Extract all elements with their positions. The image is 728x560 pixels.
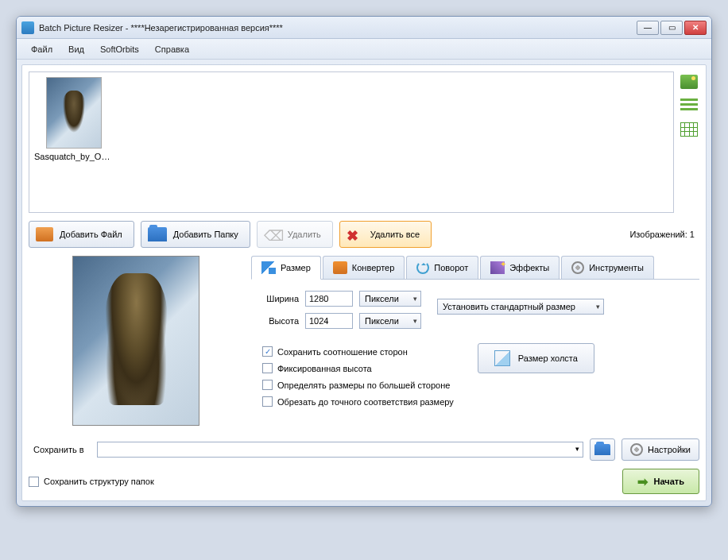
delete-button: ⌫ Удалить [257,221,333,248]
add-file-label: Добавить Файл [60,230,122,239]
effects-icon [490,261,505,274]
start-button[interactable]: ➡ Начать [622,469,699,494]
canvas-icon [494,350,510,366]
content-area: Sasquatch_by_Okmer... Добавить Файл Доба… [21,64,707,501]
window-title: Batch Picture Resizer - ****Незарегистри… [39,23,637,33]
thumbnail-list[interactable]: Sasquatch_by_Okmer... [29,71,674,213]
crop-exact-checkbox[interactable]: Обрезать до точного соответствия размеру [262,396,454,407]
height-input[interactable] [305,313,353,329]
menu-softorbits[interactable]: SoftOrbits [92,41,147,57]
settings-button[interactable]: Настройки [622,438,699,461]
add-folder-icon [148,227,167,241]
delete-label: Удалить [288,230,321,239]
larger-side-checkbox[interactable]: Определять размеры по большей стороне [262,380,454,390]
resize-icon [261,261,276,274]
arrow-right-icon: ➡ [637,474,648,489]
add-folder-button[interactable]: Добавить Папку [141,221,250,248]
file-toolbar: Добавить Файл Добавить Папку ⌫ Удалить ✖… [29,221,699,248]
tabs: Размер Конвертер Поворот Эффекты Инструм… [251,256,699,280]
add-file-icon [36,227,53,241]
titlebar[interactable]: Batch Picture Resizer - ****Незарегистри… [17,17,711,39]
delete-icon: ⌫ [264,227,281,241]
tools-icon [571,261,584,274]
preview-image [72,256,199,426]
view-details-icon[interactable] [680,122,698,137]
app-window: Batch Picture Resizer - ****Незарегистри… [16,16,712,507]
preset-size-select[interactable]: Установить стандартный размер [437,299,604,315]
tab-effects[interactable]: Эффекты [480,256,560,279]
height-unit-select[interactable]: Пиксели [359,313,421,329]
fixed-height-checkbox[interactable]: Фиксированная высота [262,363,454,373]
view-thumbnails-icon[interactable] [680,75,698,89]
gear-icon [630,443,643,456]
app-icon [21,21,34,34]
width-input[interactable] [305,291,353,307]
view-list-icon[interactable] [680,98,698,113]
height-label: Высота [259,316,299,326]
image-count: Изображений: 1 [629,230,699,239]
thumbnail-image [46,77,102,149]
tab-converter[interactable]: Конвертер [323,256,405,279]
canvas-size-button[interactable]: Размер холста [478,343,594,373]
tab-tools[interactable]: Инструменты [561,256,654,279]
tab-size[interactable]: Размер [251,256,321,280]
minimize-button[interactable]: — [637,21,659,35]
width-label: Ширина [259,294,299,303]
rotate-icon [416,261,429,274]
maximize-button[interactable]: ▭ [660,21,683,35]
preview-pane [29,256,243,427]
add-file-button[interactable]: Добавить Файл [29,221,134,248]
keep-folder-structure-checkbox[interactable]: Сохранить структуру папок [29,477,154,487]
menu-file[interactable]: Файл [23,41,60,57]
save-row: Сохранить в Настройки [29,438,699,461]
folder-icon [594,444,610,455]
tab-rotate[interactable]: Поворот [406,256,478,279]
delete-all-button[interactable]: ✖ Удалить все [339,221,432,248]
delete-all-label: Удалить все [370,230,420,239]
width-unit-select[interactable]: Пиксели [359,291,421,307]
add-folder-label: Добавить Папку [173,230,238,239]
delete-all-icon: ✖ [347,227,364,241]
thumbnail-item[interactable]: Sasquatch_by_Okmer... [34,77,114,161]
browse-button[interactable] [590,438,615,461]
menu-view[interactable]: Вид [60,41,92,57]
convert-icon [333,261,347,274]
save-path-input[interactable] [97,442,583,458]
save-to-label: Сохранить в [29,445,91,454]
keep-ratio-checkbox[interactable]: ✓Сохранить соотношение сторон [262,346,454,357]
close-button[interactable]: ✕ [684,21,707,35]
menubar: Файл Вид SoftOrbits Справка [17,39,711,60]
menu-help[interactable]: Справка [147,41,197,57]
thumbnail-label: Sasquatch_by_Okmer... [34,152,114,161]
size-panel: Ширина Пиксели Высота Пиксели Уст [251,280,699,424]
